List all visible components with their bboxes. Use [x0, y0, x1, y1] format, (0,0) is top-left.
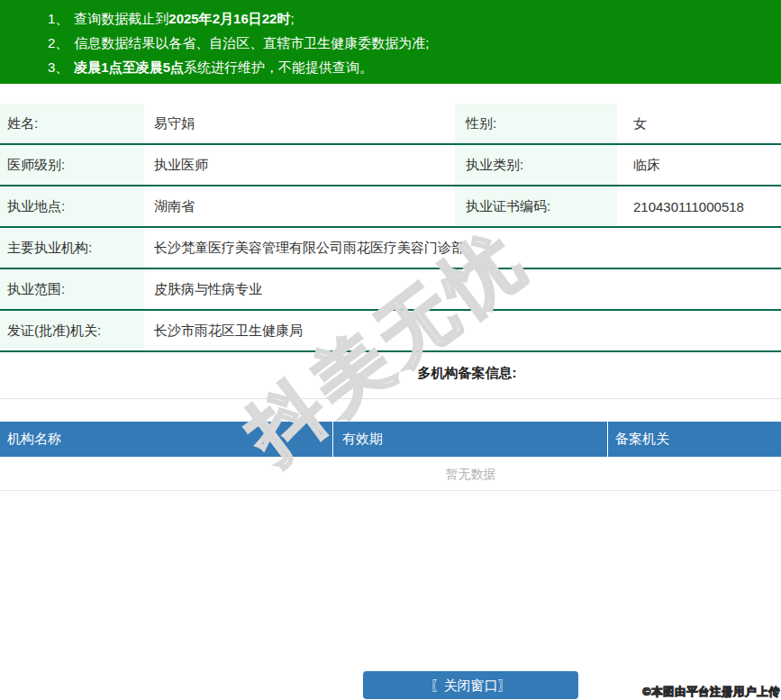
- backup-table-header: 机构名称 有效期 备案机关: [0, 422, 781, 457]
- empty-data-row: 暂无数据: [0, 457, 781, 491]
- notice-line-number: 1、: [48, 11, 68, 26]
- notice-line-number: 3、: [48, 59, 68, 75]
- label-practice-location: 执业地点:: [0, 186, 144, 226]
- notice-text: 查询数据截止到: [74, 11, 168, 26]
- practitioner-info-table: 姓名: 易守娟 性别: 女 医师级别: 执业医师 执业类别: 临床 执业地点: …: [0, 104, 781, 352]
- notice-text-bold: 2025年2月16日22时: [168, 11, 290, 26]
- value-practice-scope: 皮肤病与性病专业: [144, 269, 781, 309]
- table-row-issuing-authority: 发证(批准)机关: 长沙市雨花区卫生健康局: [0, 311, 781, 352]
- table-row-practice-scope: 执业范围: 皮肤病与性病专业: [0, 269, 781, 311]
- notice-text: 信息数据结果以各省、自治区、直辖市卫生健康委数据为准;: [74, 35, 429, 50]
- column-header-record-authority: 备案机关: [608, 422, 780, 457]
- license-query-result-page: 1、查询数据截止到2025年2月16日22时; 2、信息数据结果以各省、自治区、…: [0, 0, 781, 700]
- table-row-level-category: 医师级别: 执业医师 执业类别: 临床: [0, 145, 781, 186]
- label-practice-category: 执业类别:: [455, 145, 617, 185]
- value-gender: 女: [617, 104, 781, 143]
- label-issuing-authority: 发证(批准)机关:: [0, 311, 144, 350]
- value-main-institution: 长沙梵童医疗美容管理有限公司雨花医疗美容门诊部: [144, 228, 781, 268]
- value-name: 易守娟: [144, 104, 455, 143]
- value-practice-category: 临床: [617, 145, 781, 185]
- label-doctor-level: 医师级别:: [0, 145, 144, 185]
- label-practice-scope: 执业范围:: [0, 269, 144, 309]
- table-row-location-certno: 执业地点: 湖南省 执业证书编码: 210430111000518: [0, 186, 781, 228]
- column-header-institution-name: 机构名称: [0, 422, 333, 457]
- table-row-name-gender: 姓名: 易守娟 性别: 女: [0, 104, 781, 145]
- label-gender: 性别:: [455, 104, 617, 143]
- label-certificate-number: 执业证书编码:: [455, 186, 617, 226]
- value-issuing-authority: 长沙市雨花区卫生健康局: [144, 311, 781, 350]
- backup-record-table: 机构名称 有效期 备案机关 暂无数据: [0, 422, 781, 491]
- column-header-validity-period: 有效期: [333, 422, 608, 457]
- value-practice-location: 湖南省: [144, 186, 455, 226]
- close-window-button[interactable]: 〖关闭窗口〗: [363, 671, 578, 699]
- value-certificate-number: 210430111000518: [617, 186, 781, 226]
- notice-text: 系统进行维护，不能提供查询。: [184, 59, 373, 75]
- notice-banner: 1、查询数据截止到2025年2月16日22时; 2、信息数据结果以各省、自治区、…: [0, 0, 781, 84]
- label-name: 姓名:: [0, 104, 144, 143]
- multi-institution-heading: 多机构备案信息:: [0, 353, 781, 399]
- label-main-institution: 主要执业机构:: [0, 228, 144, 268]
- table-row-main-institution: 主要执业机构: 长沙梵童医疗美容管理有限公司雨花医疗美容门诊部: [0, 228, 781, 269]
- notice-line-1: 1、查询数据截止到2025年2月16日22时;: [48, 6, 772, 31]
- value-doctor-level: 执业医师: [144, 145, 455, 185]
- notice-line-number: 2、: [48, 35, 68, 50]
- notice-text-bold: 凌晨1点至凌晨5点: [74, 59, 184, 75]
- notice-line-3: 3、凌晨1点至凌晨5点系统进行维护，不能提供查询。: [48, 55, 772, 79]
- copyright-text: ©本图由平台注册用户上传: [642, 685, 780, 700]
- notice-text: ;: [290, 11, 294, 26]
- notice-line-2: 2、信息数据结果以各省、自治区、直辖市卫生健康委数据为准;: [48, 31, 772, 55]
